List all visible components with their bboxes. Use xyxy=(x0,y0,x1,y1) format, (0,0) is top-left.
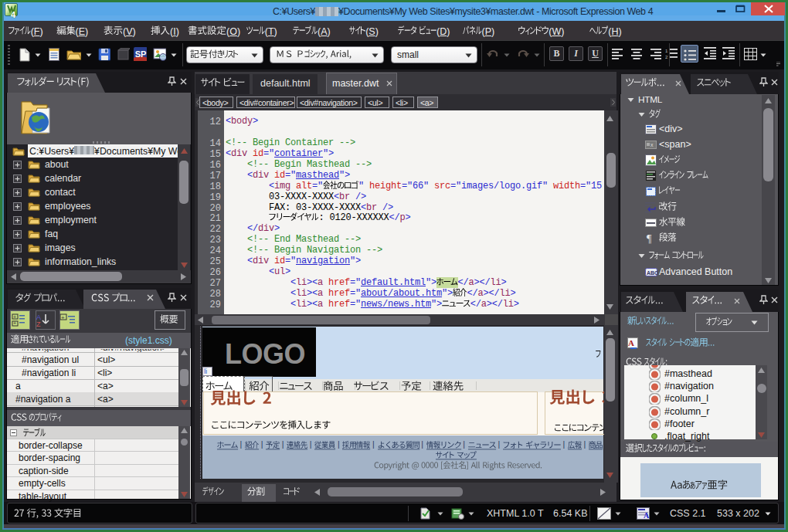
svg-text:2: 2 xyxy=(665,55,668,59)
svg-text:Z: Z xyxy=(36,320,41,327)
svg-text:A: A xyxy=(628,338,634,347)
svg-text:¶: ¶ xyxy=(647,233,652,244)
svg-text:SP: SP xyxy=(135,49,147,59)
svg-text:A: A xyxy=(644,511,650,520)
svg-text:x: x xyxy=(650,142,654,147)
svg-text:1: 1 xyxy=(665,49,668,53)
svg-text:+: + xyxy=(13,314,16,320)
svg-text:+: + xyxy=(13,320,16,326)
svg-text:ABC: ABC xyxy=(647,269,657,275)
svg-text:+: + xyxy=(61,314,65,321)
